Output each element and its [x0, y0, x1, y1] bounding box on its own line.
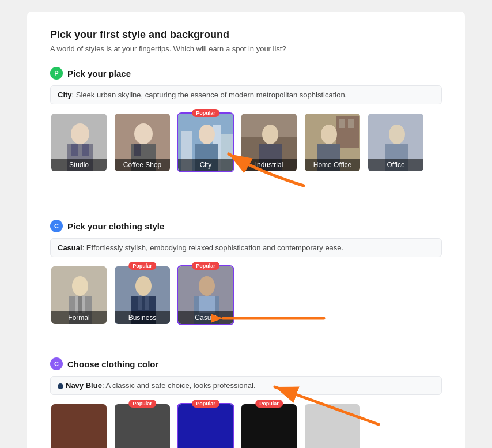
main-subtitle: A world of styles is at your fingertips.… — [50, 44, 442, 53]
section-place-icon: P — [50, 67, 63, 80]
studio-image: Studio — [51, 114, 107, 171]
section-clothing-icon: C — [50, 220, 63, 232]
place-item-studio[interactable]: Studio — [50, 112, 108, 172]
section-color-icon: C — [50, 357, 63, 370]
place-desc-prefix: City — [58, 91, 72, 99]
office-image: Office — [368, 114, 423, 171]
clothing-item-business[interactable]: Popular Business — [113, 265, 171, 325]
svg-point-35 — [135, 276, 152, 296]
black-popular-badge: Popular — [255, 400, 283, 408]
navy-popular-badge: Popular — [192, 400, 219, 408]
navy-swatch: Navy Blue — [178, 404, 233, 448]
coffeeshop-label: Coffee Shop — [115, 159, 170, 171]
section-clothing-description: Casual: Effortlessly stylish, embodying … — [50, 238, 442, 257]
svg-point-1 — [71, 123, 89, 144]
color-item-navy[interactable]: Popular Navy Blue — [177, 403, 234, 448]
studio-label: Studio — [51, 159, 107, 171]
svg-point-30 — [72, 276, 88, 296]
place-item-coffeeshop[interactable]: Coffee Shop — [113, 112, 171, 172]
navy-blue-dot — [58, 383, 63, 389]
business-image: Business — [115, 266, 170, 324]
svg-rect-22 — [348, 119, 354, 128]
svg-rect-8 — [134, 144, 141, 156]
place-item-office[interactable]: Office — [367, 112, 425, 172]
color-item-brown[interactable]: Brown — [50, 403, 108, 448]
color-item-charcoal[interactable]: Popular Charcoal Grey — [113, 403, 171, 448]
svg-rect-4 — [82, 144, 89, 156]
brown-swatch: Brown — [51, 404, 107, 448]
color-desc-text: : A classic and safe choice, looks profe… — [102, 381, 256, 390]
section-place-header: P Pick your place — [50, 67, 442, 80]
clothing-item-formal[interactable]: Formal — [50, 265, 108, 325]
main-title: Pick your first style and background — [50, 29, 442, 41]
svg-rect-3 — [71, 144, 78, 156]
section-place-title: Pick your place — [67, 69, 131, 78]
office-label: Office — [368, 159, 423, 171]
formal-image: Formal — [51, 266, 107, 324]
arrow-area-1 — [50, 183, 442, 206]
svg-point-23 — [321, 125, 337, 144]
svg-rect-37 — [138, 296, 142, 310]
business-popular-badge: Popular — [128, 262, 156, 270]
city-popular-badge: Popular — [192, 109, 219, 117]
section-clothing-header: C Pick your clothing style — [50, 220, 442, 232]
svg-rect-38 — [145, 296, 149, 310]
casual-popular-badge: Popular — [192, 262, 219, 270]
color-desc-prefix: Navy Blue — [66, 381, 102, 390]
section-color-title: Choose clothing color — [67, 359, 158, 369]
arrow-svg-1 — [211, 148, 315, 189]
svg-point-6 — [134, 123, 153, 144]
page-container: Pick your first style and background A w… — [27, 12, 465, 448]
section-color-header: C Choose clothing color — [50, 357, 442, 370]
place-desc-text: : Sleek urban skyline, capturing the ess… — [72, 91, 347, 99]
arrow-svg-2 — [211, 301, 327, 336]
clothing-desc-text: : Effortlessly stylish, embodying relaxe… — [82, 243, 344, 252]
svg-point-40 — [199, 276, 215, 296]
svg-point-26 — [389, 125, 405, 144]
formal-label: Formal — [51, 311, 107, 324]
arrow-area-2 — [50, 341, 442, 347]
svg-point-17 — [262, 125, 278, 144]
charcoal-swatch: Charcoal Grey — [115, 404, 170, 448]
clothing-desc-prefix: Casual — [58, 243, 82, 252]
charcoal-popular-badge: Popular — [128, 400, 156, 408]
svg-rect-33 — [78, 296, 82, 313]
section-place-description: City: Sleek urban skyline, capturing the… — [50, 85, 442, 104]
coffeeshop-image: Coffee Shop — [115, 114, 170, 171]
svg-point-13 — [199, 125, 215, 144]
svg-rect-21 — [339, 119, 345, 128]
business-label: Business — [115, 311, 170, 324]
section-clothing-title: Pick your clothing style — [67, 221, 164, 231]
